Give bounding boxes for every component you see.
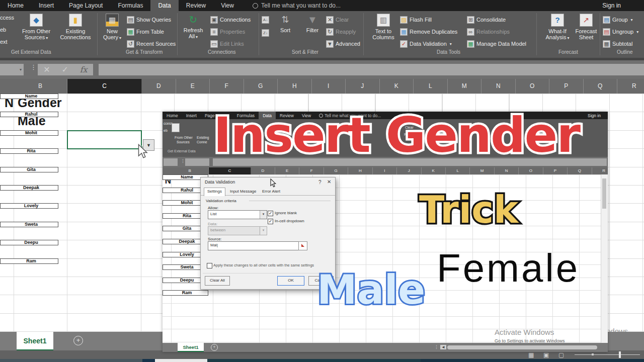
column-header[interactable]: O (519, 167, 543, 174)
text-to-columns-button[interactable]: ▥ Text to Columns (370, 12, 397, 40)
from-text-label[interactable]: ext (0, 39, 8, 45)
inner-tab-insert[interactable]: Insert (182, 112, 201, 119)
zoom-slider-handle[interactable] (619, 351, 621, 358)
dialog-tab-settings[interactable]: Settings (204, 188, 225, 196)
insert-function-icon[interactable]: fx (80, 65, 88, 74)
range-selector-button[interactable] (298, 241, 307, 250)
column-header[interactable]: J (346, 79, 380, 94)
tab-review[interactable]: Review (179, 0, 213, 11)
properties-button[interactable]: ≡Properties (210, 27, 245, 36)
relationships-button[interactable]: ∞Relationships (467, 27, 510, 36)
ignore-blank-checkbox[interactable]: ✓ (268, 211, 273, 216)
tab-insert[interactable]: Insert (31, 0, 61, 11)
cancel-entry-icon[interactable]: ✕ (43, 65, 50, 74)
source-input[interactable]: Mal| (208, 241, 300, 250)
inner-tab-home[interactable]: Home (163, 112, 182, 119)
connections-button[interactable]: ▣Connections (210, 15, 251, 24)
selected-cell[interactable] (67, 130, 142, 149)
manage-data-model-button[interactable]: ▦Manage Data Model (467, 39, 526, 48)
confirm-entry-icon[interactable]: ✓ (62, 65, 68, 74)
formula-input[interactable] (99, 64, 644, 75)
column-header[interactable]: J (397, 167, 421, 174)
edit-links-button[interactable]: ▭Edit Links (210, 39, 244, 48)
column-header[interactable]: K (422, 167, 446, 174)
clear-all-button[interactable]: Clear All (205, 276, 230, 286)
column-header[interactable]: M (470, 167, 494, 174)
advanced-filter-button[interactable]: ▼Advanced (326, 39, 360, 48)
sheet-tab-sheet1[interactable]: Sheet1 (17, 332, 53, 351)
remove-duplicates-button[interactable]: ▦Remove Duplicates (400, 27, 457, 36)
from-access-label[interactable]: ccess (0, 15, 14, 21)
group-button[interactable]: ▤Group▾ (603, 15, 633, 24)
tell-me-box[interactable]: Tell me what you want to do... (242, 0, 341, 11)
subtotal-button[interactable]: ▦Subtotal (603, 39, 632, 48)
recent-sources-button[interactable]: ↺Recent Sources (127, 39, 176, 48)
tab-view[interactable]: View (213, 0, 242, 11)
show-queries-button[interactable]: ▤Show Queries (127, 15, 171, 24)
dialog-help-button[interactable]: ? (318, 179, 321, 185)
tab-formulas[interactable]: Formulas (110, 0, 150, 11)
zoom-slider[interactable] (575, 354, 640, 355)
sort-button[interactable]: ⇅ Sort (274, 12, 296, 33)
column-header[interactable]: Q (584, 79, 618, 94)
column-header[interactable]: I (373, 167, 397, 174)
inner-horizontal-scrollbar[interactable] (447, 345, 597, 349)
what-if-analysis-button[interactable]: ? What-If Analysis▾ (543, 12, 572, 41)
column-header[interactable]: M (448, 79, 482, 94)
add-sheet-button[interactable]: + (73, 336, 83, 345)
sign-in-button[interactable]: Sign in (602, 0, 644, 11)
inner-vertical-scrollbar[interactable] (601, 174, 608, 343)
tab-data[interactable]: Data (150, 0, 178, 11)
column-header[interactable]: E (176, 79, 210, 94)
tab-home[interactable]: Home (0, 0, 31, 11)
column-header[interactable]: P (549, 79, 584, 94)
consolidate-button[interactable]: ⊞Consolidate (467, 15, 506, 24)
new-query-button[interactable]: ▦ New Query▾ (100, 12, 125, 41)
column-header[interactable]: P (543, 167, 568, 174)
inner-name-box[interactable] (164, 158, 178, 166)
inner-sign-in-button[interactable]: Sign in (588, 112, 608, 119)
column-header[interactable]: N (495, 167, 519, 174)
column-header[interactable]: C (209, 167, 251, 174)
existing-connections-button[interactable]: ▮ Existing Connections (55, 12, 96, 40)
data-validation-button[interactable]: ✓ Data Validation▾ (400, 39, 452, 48)
from-table-button[interactable]: ▦From Table (127, 27, 164, 36)
forecast-sheet-button[interactable]: ↗ Forecast Sheet (574, 12, 599, 40)
column-header[interactable]: G (324, 167, 348, 174)
tab-page-layout[interactable]: Page Layout (61, 0, 110, 11)
column-header[interactable]: L (414, 79, 448, 94)
column-header[interactable]: O (516, 79, 550, 94)
refresh-all-button[interactable]: ↻ Refresh All▾ (180, 12, 206, 40)
column-header[interactable]: D (251, 167, 275, 174)
column-header[interactable]: F (299, 167, 324, 174)
column-header[interactable]: D (142, 79, 176, 94)
column-header[interactable]: L (446, 167, 470, 174)
from-web-label[interactable]: eb (0, 27, 6, 33)
from-other-sources-button[interactable]: ◆ From Other Sources▾ (18, 12, 54, 41)
ok-button[interactable]: OK (277, 276, 304, 286)
inner-add-sheet-button[interactable]: + (211, 344, 218, 351)
inner-sheet-tab-sheet1[interactable]: Sheet1 (178, 343, 204, 352)
column-header[interactable]: E (275, 167, 299, 174)
page-break-view-icon[interactable]: ▢ (558, 351, 564, 358)
column-header[interactable]: F (210, 79, 244, 94)
column-header[interactable]: N (481, 79, 516, 94)
allow-combobox[interactable]: List ▾ (208, 210, 267, 219)
column-header[interactable]: H (348, 167, 372, 174)
dialog-close-button[interactable]: ✕ (327, 179, 331, 185)
dialog-tab-error-alert[interactable]: Error Alert (259, 188, 283, 195)
column-header[interactable]: Q (568, 167, 592, 174)
dialog-tab-input-message[interactable]: Input Message (227, 188, 259, 195)
column-header[interactable]: C (67, 79, 142, 94)
column-header[interactable]: B (14, 79, 67, 94)
incell-dropdown-checkbox[interactable]: ✓ (268, 219, 273, 224)
normal-view-icon[interactable]: ▦ (528, 351, 534, 358)
sort-az-button[interactable]: A↓ (262, 15, 269, 24)
apply-changes-checkbox[interactable] (207, 263, 212, 268)
column-header[interactable]: K (380, 79, 414, 94)
column-header[interactable]: G (244, 79, 278, 94)
column-header[interactable]: B (171, 167, 209, 174)
column-header[interactable]: R (592, 167, 608, 174)
name-box[interactable]: ▾ (0, 64, 24, 75)
reapply-button[interactable]: ↻Reapply (326, 27, 356, 36)
